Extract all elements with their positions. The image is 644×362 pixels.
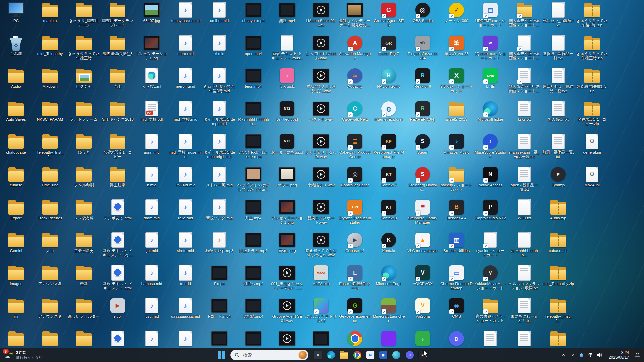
taskbar-app-chrome[interactable] bbox=[351, 348, 363, 362]
desktop-icon[interactable]: HALion Sonic 02.wav bbox=[304, 2, 338, 27]
taskbar-app-pinned-dark[interactable]: ▣ bbox=[312, 348, 324, 362]
desktop-icon[interactable]: ▤↗HDDFMT.exe - ショートカット bbox=[474, 2, 507, 27]
desktop-icon[interactable]: まにあにわーるど！.txt bbox=[507, 298, 541, 323]
desktop-icon[interactable]: ♪ bbox=[169, 330, 202, 347]
desktop-icon[interactable]: 新規 テキスト ドキュメント (2).html bbox=[101, 232, 135, 257]
desktop-icon[interactable]: ♪jusu.mid bbox=[135, 298, 168, 319]
desktop-icon[interactable]: G↗Groove Agent SE 5 bbox=[372, 2, 406, 27]
desktop-icon[interactable]: e↗Internet Explorer bbox=[372, 101, 406, 122]
desktop-icon[interactable]: ▶↗Cubase 14 bbox=[338, 232, 372, 253]
desktop-icon[interactable]: ↗無人販売不正行為画像 - ショートカッ... bbox=[507, 2, 541, 27]
desktop-icon[interactable]: Export bbox=[0, 199, 33, 220]
desktop-icon[interactable]: 井上.mp4 bbox=[236, 199, 270, 220]
taskbar-clock[interactable]: 3:24 2025/08/17 bbox=[607, 350, 631, 360]
desktop-icon[interactable]: ▭↗Chrome Remote Desktop bbox=[440, 265, 473, 290]
desktop-icon[interactable]: 新規 テキスト ドキュメント.musicxml bbox=[270, 35, 304, 60]
desktop-icon[interactable]: X↗9.5.xlsx - ショートカット bbox=[440, 68, 473, 93]
desktop-icon[interactable]: KT↗Kontakt 8 bbox=[372, 199, 406, 220]
desktop-icon[interactable]: ♪td.mid bbox=[169, 265, 202, 286]
desktop-icon[interactable]: ♪タイトル未設定.tempo.mid bbox=[203, 101, 236, 126]
desktop-icon[interactable]: ♪meroin.mid bbox=[169, 68, 202, 89]
desktop-icon[interactable]: 無題 - 親作品一覧.txt bbox=[541, 133, 575, 159]
desktop-icon[interactable]: アナウンス冬 bbox=[33, 298, 67, 319]
desktop-icon[interactable]: Images bbox=[0, 265, 33, 286]
taskbar-app-m-app[interactable]: M bbox=[417, 348, 429, 362]
desktop-icon[interactable]: ohhayo-.mp4 bbox=[236, 2, 270, 23]
desktop-icon[interactable]: ♪ bbox=[135, 330, 168, 347]
desktop-icon[interactable]: CPI↗Crypton Product Installer bbox=[338, 199, 372, 225]
search-box[interactable] bbox=[230, 350, 308, 360]
desktop-icon[interactable]: ↗Microsoft Edge bbox=[372, 265, 406, 286]
desktop-icon[interactable]: ♪きゅうり食ってた午後3時.mid bbox=[203, 68, 236, 93]
desktop-icon[interactable]: ♪mero.mid bbox=[169, 35, 202, 56]
desktop-icon[interactable]: きゅうり_調査用データ bbox=[67, 2, 101, 27]
desktop-icon[interactable] bbox=[0, 330, 33, 347]
desktop-icon[interactable] bbox=[33, 330, 67, 347]
desktop-icon[interactable]: 無人販売.txt bbox=[541, 101, 575, 122]
desktop-icon[interactable]: ◎↗Controller Editor bbox=[338, 166, 372, 187]
desktop-icon[interactable]: F.mp4 bbox=[203, 265, 236, 286]
desktop-icon[interactable]: だれもFXいれたやつ.mp4 bbox=[236, 133, 270, 159]
desktop-icon[interactable]: chatgpt-site bbox=[0, 133, 33, 155]
desktop-icon[interactable] bbox=[304, 330, 338, 347]
desktop-icon[interactable]: ≣↗Cakewalk Product Center bbox=[338, 133, 372, 159]
desktop-icon[interactable]: ↗家の防犯カメラ - ショートカット bbox=[474, 298, 507, 323]
desktop-icon[interactable]: ♪うみ.ustx bbox=[270, 68, 304, 89]
desktop-icon[interactable]: R↗REAPER (x64) bbox=[406, 101, 439, 122]
search-highlight-image[interactable] bbox=[299, 351, 307, 359]
taskbar-app-teal-app[interactable] bbox=[390, 348, 402, 362]
desktop-icon[interactable]: ♪b.mid bbox=[135, 166, 168, 187]
taskbar-app-edge[interactable] bbox=[325, 348, 337, 362]
desktop-icon[interactable] bbox=[203, 330, 236, 347]
desktop-icon[interactable]: ♪mid_学校 muse.mid bbox=[169, 133, 202, 159]
taskbar-app-microsoft-365[interactable]: ▦ bbox=[377, 348, 389, 362]
desktop-icon[interactable]: ♻ごみ箱 bbox=[0, 35, 33, 56]
desktop-icon[interactable]: B↗Blender 4.4 bbox=[440, 199, 473, 220]
desktop-icon[interactable]: ♪hamusu.mid bbox=[135, 265, 168, 286]
desktop-icon[interactable]: PC bbox=[0, 2, 33, 23]
desktop-icon[interactable]: 調査用データテンプレート bbox=[101, 2, 135, 27]
desktop-icon[interactable]: cubase.zip bbox=[541, 232, 575, 253]
desktop-icon[interactable]: ↗syasinn - ショートカット bbox=[474, 232, 507, 257]
desktop-icon[interactable]: 画像1.png bbox=[270, 232, 304, 253]
desktop-icon[interactable]: ↗Microsoft Edge bbox=[474, 101, 507, 122]
desktop-icon[interactable]: C↗Cakewalk Next bbox=[338, 101, 372, 122]
desktop-icon[interactable]: ♪PVTNd.mid bbox=[169, 166, 202, 187]
desktop-icon[interactable]: N↗Native Access bbox=[474, 166, 507, 187]
desktop-icon[interactable]: おっhhhhhhhhhhhh... bbox=[236, 101, 270, 126]
desktop-icon[interactable]: A↗Activation Manager bbox=[338, 35, 372, 60]
desktop-icon-grid[interactable]: PC♻ごみ箱AudioAuto Saveschatgpt-sitecubaseE… bbox=[0, 0, 644, 348]
desktop-icon[interactable]: Mixdown bbox=[33, 68, 67, 89]
desktop-icon[interactable]: 選択肢.mp4 bbox=[236, 298, 270, 319]
desktop-icon[interactable]: teion.mp4 bbox=[236, 68, 270, 89]
tray-ime-icon[interactable]: × bbox=[569, 349, 577, 361]
desktop-icon[interactable]: P↗Piapro Studio NT2 bbox=[474, 199, 507, 220]
desktop-icon[interactable]: ◎↗OBS Studio bbox=[406, 2, 439, 23]
notification-bell-icon[interactable] bbox=[633, 349, 641, 361]
desktop-icon[interactable]: 答え知ってでもむずいわこれ.wav bbox=[304, 232, 338, 257]
desktop-icon[interactable]: maniuta bbox=[33, 2, 67, 23]
desktop-icon[interactable]: かるー.png bbox=[270, 166, 304, 187]
desktop-icon[interactable]: Audio bbox=[0, 68, 33, 89]
desktop-icon[interactable]: ずんだもん_しおかぜふ.wav bbox=[304, 68, 338, 93]
desktop-icon[interactable]: 調査練習(失敗)_3 bbox=[101, 35, 135, 56]
desktop-icon[interactable]: WIFI.txt bbox=[507, 199, 541, 220]
desktop-icon[interactable]: ♪uaaaaaaaaa.mid bbox=[169, 298, 202, 319]
desktop-icon[interactable]: 最新 bbox=[67, 265, 101, 286]
desktop-icon[interactable]: 小銭詰まり.wav bbox=[304, 166, 338, 187]
desktop-icon[interactable]: アナウンス夏 bbox=[33, 265, 67, 286]
desktop-icon[interactable]: プレゼンテーション1.png bbox=[270, 199, 304, 225]
desktop-icon[interactable]: ♪タイトル未設定.tempo.orig1.mid bbox=[203, 133, 236, 159]
desktop-icon[interactable]: Y↗YukkunMovieM... - ショートカット bbox=[474, 265, 507, 290]
desktop-icon[interactable]: 井上ドラム.mp4 bbox=[236, 232, 270, 253]
desktop-icon[interactable]: ksks.txt bbox=[507, 101, 541, 122]
desktop-icon[interactable]: ≣↗Steinberg Library Manager bbox=[406, 199, 439, 225]
desktop-icon[interactable]: GR↗Guitar Rig 7 bbox=[372, 35, 406, 56]
desktop-icon[interactable]: テンポあて.html bbox=[101, 199, 135, 220]
desktop-icon[interactable]: ♪rajio.mid bbox=[169, 199, 202, 220]
desktop-icon[interactable]: フォトフレーム bbox=[67, 101, 101, 122]
taskbar-app-mail[interactable]: ✉ bbox=[364, 348, 376, 362]
desktop-icon[interactable]: ♪↗MuseScore Studio 4 bbox=[474, 133, 507, 159]
desktop-icon[interactable]: 路上駐車 bbox=[101, 166, 135, 187]
desktop-icon[interactable]: ♪わかりやす.mp3 bbox=[203, 232, 236, 253]
